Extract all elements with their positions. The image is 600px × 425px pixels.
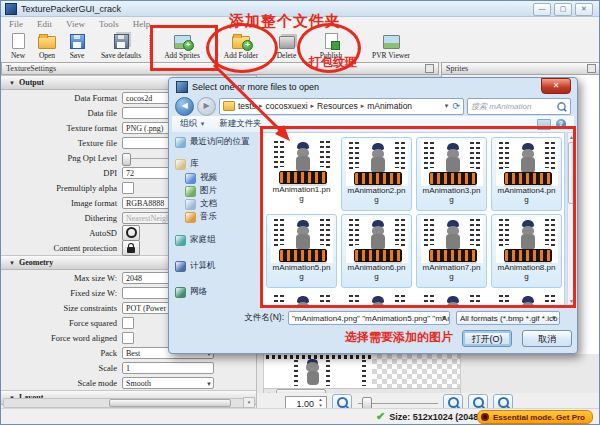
breadcrumb-item-tests[interactable]: tests: [238, 101, 256, 111]
force-squared-checkbox[interactable]: [122, 317, 134, 329]
refresh-icon[interactable]: ⟳: [452, 101, 460, 111]
breadcrumb-item-manimation[interactable]: mAnimation: [367, 101, 412, 111]
sidebar-item-videos[interactable]: 视频: [185, 172, 217, 184]
file-item-mAnimation3.png[interactable]: mAnimation3.png: [416, 137, 487, 211]
dialog-close-button[interactable]: ✕: [541, 78, 571, 94]
file-item-mAnimation8.png[interactable]: mAnimation8.png: [491, 214, 562, 288]
new-button[interactable]: New: [5, 33, 31, 60]
sidebar-item-pictures[interactable]: 图片: [185, 185, 217, 197]
file-item-mAnimation1.png[interactable]: mAnimation1.png: [266, 137, 337, 211]
file-thumbnail: [421, 140, 483, 186]
menu-item-file[interactable]: File: [9, 19, 23, 29]
save-button[interactable]: Save: [63, 33, 91, 60]
slider-handle[interactable]: [122, 153, 131, 166]
force-word-aligned-checkbox[interactable]: [122, 332, 134, 344]
scale-input[interactable]: 1: [122, 362, 214, 374]
view-options-icon[interactable]: [537, 119, 551, 130]
delete-button[interactable]: Delete: [269, 33, 304, 60]
address-bar[interactable]: tests▸cocosxuexi▸Resources▸mAnimation ▼ …: [219, 98, 464, 115]
sidebar-item-recent-places[interactable]: 最近访问的位置: [175, 136, 250, 148]
file-thumbnail: [271, 217, 333, 263]
organize-menu[interactable]: 组织 ▼: [180, 118, 205, 130]
add-folder-button[interactable]: +Add Folder: [215, 33, 267, 60]
help-icon[interactable]: ?: [556, 119, 566, 129]
search-placeholder: 搜索 mAnimation: [471, 101, 556, 112]
panel-float-icon[interactable]: [425, 64, 434, 73]
file-item-mAnimation2.png[interactable]: mAnimation2.png: [341, 137, 412, 211]
file-item-partial[interactable]: [416, 291, 487, 306]
publish-button[interactable]: Publish: [306, 33, 356, 60]
file-item-mAnimation6.png[interactable]: mAnimation6.png: [341, 214, 412, 288]
toolbar: NewOpenSaveSave defaults+Add Sprites+Add…: [1, 31, 599, 63]
lock-icon: [127, 247, 135, 253]
transparency-checkerboard: [372, 354, 460, 388]
scroll-down-icon[interactable]: ▼: [568, 297, 575, 305]
filetype-combobox[interactable]: All formats (*.bmp *.gif *.ico ▼: [456, 311, 560, 325]
file-item-partial[interactable]: [491, 291, 562, 306]
add-sprites-button[interactable]: +Add Sprites: [153, 33, 211, 60]
scrollbar-down-icon[interactable]: ▾: [243, 397, 255, 408]
setting-label: Texture file: [1, 138, 122, 148]
setting-label: Scale mode: [1, 378, 122, 388]
maximize-button[interactable]: ▢: [554, 3, 572, 16]
setting-row: Scale modeSmooth▼: [1, 375, 256, 390]
combo-arrow-icon[interactable]: ▼: [551, 312, 557, 325]
scale-mode-combobox[interactable]: Smooth▼: [122, 377, 214, 389]
sidebar-item-computer[interactable]: 计算机: [175, 260, 216, 272]
recent-places-icon: [175, 137, 186, 148]
close-button[interactable]: ✕: [575, 3, 593, 16]
setting-label: DPI: [1, 168, 122, 178]
back-button[interactable]: ◀: [175, 97, 194, 116]
file-item-mAnimation7.png[interactable]: mAnimation7.png: [416, 214, 487, 288]
scrollbar-handle[interactable]: [568, 142, 575, 204]
autosd-button[interactable]: [122, 225, 140, 241]
content-protection-button[interactable]: [122, 240, 140, 256]
premultiply-alpha-checkbox[interactable]: [122, 182, 134, 194]
open-button[interactable]: 打开(O): [462, 330, 512, 347]
address-dropdown-icon[interactable]: ▼: [444, 103, 450, 109]
setting-label: Data file: [1, 108, 122, 118]
minimize-button[interactable]: —: [533, 3, 551, 16]
filename-combobox[interactable]: "mAnimation4.png" "mAnimation5.png" "mAn…: [288, 311, 450, 325]
pvr-viewer-button[interactable]: PVR Viewer: [363, 33, 419, 60]
sidebar-item-homegroup[interactable]: 家庭组: [175, 234, 216, 246]
file-item-mAnimation4.png[interactable]: mAnimation4.png: [491, 137, 562, 211]
save-defaults-button[interactable]: Save defaults: [93, 33, 149, 60]
new-folder-button[interactable]: 新建文件夹: [219, 118, 262, 130]
file-grid-scrollbar[interactable]: ▲ ▼: [567, 132, 576, 306]
dialog-sidebar: 最近访问的位置库视频图片文档音乐家庭组计算机网络: [173, 134, 259, 305]
sidebar-item-music[interactable]: 音乐: [185, 211, 217, 223]
panel-float-icon[interactable]: [587, 64, 596, 73]
search-box[interactable]: 搜索 mAnimation: [467, 98, 571, 115]
cancel-button[interactable]: 取消: [522, 330, 572, 347]
menu-item-tools[interactable]: Tools: [99, 19, 119, 29]
toolbar-separator: [149, 35, 150, 59]
file-item-partial[interactable]: [341, 291, 412, 306]
scroll-up-icon[interactable]: ▲: [568, 133, 575, 141]
toolbar-separator: [357, 35, 358, 59]
file-thumbnail: [271, 293, 333, 306]
menu-item-view[interactable]: View: [66, 19, 85, 29]
open-button[interactable]: Open: [33, 33, 61, 60]
toolbar-button-label: Save defaults: [101, 51, 141, 60]
dialog-buttons-row: 打开(O) 取消: [172, 330, 574, 348]
get-pro-button[interactable]: Essential mode. Get Pro: [477, 410, 593, 424]
breadcrumb-item-resources[interactable]: Resources: [317, 101, 358, 111]
file-grid: mAnimation1.pngmAnimation2.pngmAnimation…: [261, 132, 565, 306]
menu-item-edit[interactable]: Edit: [37, 19, 52, 29]
combo-arrow-icon[interactable]: ▼: [206, 378, 212, 389]
pro-badge-icon: [481, 413, 489, 421]
sidebar-item-documents[interactable]: 文档: [185, 198, 217, 210]
settings-horizontal-scrollbar[interactable]: [3, 398, 247, 408]
dialog-filename-row: 文件名(N): "mAnimation4.png" "mAnimation5.p…: [172, 309, 574, 327]
spinner-arrows-icon[interactable]: ▲▼: [316, 397, 325, 409]
sidebar-item-network[interactable]: 网络: [175, 286, 207, 298]
sidebar-item-libraries[interactable]: 库: [175, 158, 199, 170]
setting-label: Png Opt Level: [1, 153, 122, 163]
breadcrumb-item-cocosxuexi[interactable]: cocosxuexi: [265, 101, 307, 111]
file-item-mAnimation5.png[interactable]: mAnimation5.png: [266, 214, 337, 288]
file-item-partial[interactable]: [266, 291, 337, 306]
combo-arrow-icon[interactable]: ▼: [441, 312, 447, 325]
forward-button[interactable]: ▶: [197, 97, 216, 116]
menu-item-help[interactable]: Help: [133, 19, 151, 29]
